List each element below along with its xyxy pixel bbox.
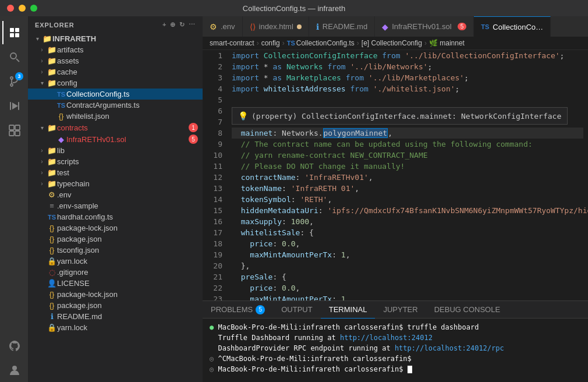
item-label: config [57,79,203,87]
explorer-activity-icon[interactable] [2,21,26,44]
sidebar-title: Explorer [35,22,75,29]
terminal-prompt: ● [210,323,214,331]
terminal-text: Truffle Dashboard running at [210,334,340,342]
maximize-button[interactable] [30,5,37,12]
tree-item-config[interactable]: ▾ 📁 config [28,77,203,89]
tree-item-pkg-lock2[interactable]: {} package-lock.json [28,289,203,300]
item-label: whitelist.json [66,112,203,121]
tree-item-hardhat[interactable]: TS hardhat.config.ts [28,211,203,222]
panel-tab-terminal[interactable]: TERMINAL [321,301,376,319]
new-file-icon[interactable]: + [162,21,167,29]
folder-icon: 📁 [47,179,57,188]
spacer [37,280,47,286]
breadcrumb-item[interactable]: config [261,39,280,47]
terminal-text: DashboardProvider RPC endpoint running a… [210,344,395,352]
tree-item-contracts[interactable]: ▾ 📁 contracts 1 [28,122,203,133]
code-line: mainnet: Networks.polygonMainnet, [232,128,583,139]
terminal-prompt-symbol: ◎ [210,365,214,373]
extensions-activity-icon[interactable] [2,119,26,142]
code-line: // yarn rename-contract NEW_CONTRACT_NAM… [232,150,583,161]
tab-collection-ts[interactable]: TS CollectionCo… [474,16,551,37]
folder-icon: 📁 [47,45,57,54]
arrow-icon: › [37,181,47,187]
panel-tab-jupyter[interactable]: JUPYTER [375,301,426,319]
breadcrumb-item[interactable]: 🌿 mainnet [429,39,465,47]
item-label: test [57,168,203,177]
html-tab-icon: ⟨⟩ [250,22,256,31]
item-label: yarn.lock [57,257,203,266]
collapse-all-icon[interactable]: ⋯ [189,21,196,29]
run-debug-activity-icon[interactable] [2,94,26,118]
panel-tab-problems[interactable]: PROBLEMS 5 [203,301,273,319]
close-button[interactable] [7,5,14,12]
sol-file-icon: ◆ [56,135,66,144]
breadcrumb-item[interactable]: CollectionConfig.ts [296,39,355,47]
tree-item-scripts[interactable]: › 📁 scripts [28,156,203,167]
terminal-content[interactable]: ● MacBook-Pro-de-Mili:infrareth carlosse… [203,319,588,382]
tree-item-artifacts[interactable]: › 📁 artifacts [28,44,203,55]
tree-item-pkg-json[interactable]: {} package.json [28,234,203,245]
tab-index-html[interactable]: ⟨⟩ index.html [243,16,309,37]
tree-item-gitignore[interactable]: ◌ .gitignore [28,267,203,278]
tooltip-text: (property) CollectionConfigInterface.mai… [252,112,561,121]
new-folder-icon[interactable]: ⊕ [170,21,176,29]
gitignore-file-icon: ◌ [47,268,57,277]
folder-icon: 📁 [47,157,57,166]
spacer [37,313,47,320]
tree-item-typechain[interactable]: › 📁 typechain [28,178,203,189]
tree-item-license[interactable]: 👤 LICENSE [28,278,203,289]
spacer [37,324,47,331]
tree-item-collection-config[interactable]: TS CollectionConfig.ts [28,89,203,100]
tree-item-yarn-lock[interactable]: 🔒 yarn.lock [28,256,203,267]
tab-readme[interactable]: ℹ README.md [309,16,375,37]
tree-item-assets[interactable]: › 📁 assets [28,55,203,66]
spacer [37,236,47,242]
tree-item-env-sample[interactable]: ≡ .env-sample [28,200,203,211]
svg-rect-14 [9,131,14,136]
sidebar: Explorer + ⊕ ↻ ⋯ ▾ 📁 INFRARETH › 📁 artif… [28,16,203,382]
terminal-tab-label: TERMINAL [329,305,367,314]
tree-item-tsconfig[interactable]: {} tsconfig.json [28,245,203,256]
svg-point-6 [10,77,13,79]
source-control-activity-icon[interactable]: 3 [2,70,26,93]
avatar-icon[interactable] [2,359,26,382]
breadcrumb-item[interactable]: smart-contract [210,39,254,47]
code-line: preSale: { [232,271,583,282]
sidebar-actions[interactable]: + ⊕ ↻ ⋯ [162,21,196,29]
tree-item-test[interactable]: › 📁 test [28,167,203,178]
minimize-button[interactable] [19,5,26,12]
tree-item-lib[interactable]: › 📁 lib [28,145,203,156]
refresh-icon[interactable]: ↻ [179,21,185,29]
tree-item-cache[interactable]: › 📁 cache [28,66,203,77]
tree-item-infra-sol[interactable]: ◆ InfraRETHv01.sol 5 [28,133,203,145]
breadcrumb: smart-contract › config › TS CollectionC… [203,37,588,50]
tree-item-readme[interactable]: ℹ README.md [28,311,203,322]
json-file-icon: {} [47,235,57,243]
root-arrow-icon: ▾ [33,36,42,42]
tree-item-pkg-lock[interactable]: {} package-lock.json [28,222,203,234]
folder-icon: 📁 [47,146,57,155]
terminal-text: MacBook-Pro-de-Mili:infrareth carlossera… [218,365,407,373]
tree-root-folder[interactable]: ▾ 📁 INFRARETH [28,33,203,44]
code-editor[interactable]: 12345 678910 1112131415 1617181920 21222… [203,50,588,300]
tree-item-whitelist[interactable]: {} whitelist.json [28,111,203,122]
search-activity-icon[interactable] [2,45,26,69]
tab-env[interactable]: ⚙ .env [203,16,243,37]
breadcrumb-item[interactable]: [e] CollectionConfig [362,39,422,47]
tab-sol[interactable]: ◆ InfraRETHv01.sol 5 [375,16,474,37]
tree-item-contract-args[interactable]: TS ContractArguments.ts [28,100,203,111]
svg-rect-3 [15,33,19,37]
tree-item-pkg-json2[interactable]: {} package.json [28,300,203,311]
folder-icon: 📁 [42,34,52,43]
svg-rect-10 [10,102,11,110]
panel-tab-output[interactable]: OUTPUT [273,301,320,319]
code-text[interactable]: import CollectionConfigInterface from '.… [227,50,588,300]
svg-point-16 [12,366,17,370]
panel-tab-debug[interactable]: DEBUG CONSOLE [426,301,508,319]
spacer [37,291,47,298]
tree-item-dotenv[interactable]: ⚙ .env [28,189,203,200]
readme-file-icon: ℹ [47,312,57,321]
breadcrumb-item[interactable]: TS [287,40,295,47]
tree-item-yarn-lock2[interactable]: 🔒 yarn.lock [28,322,203,333]
github-activity-icon[interactable] [2,334,26,358]
